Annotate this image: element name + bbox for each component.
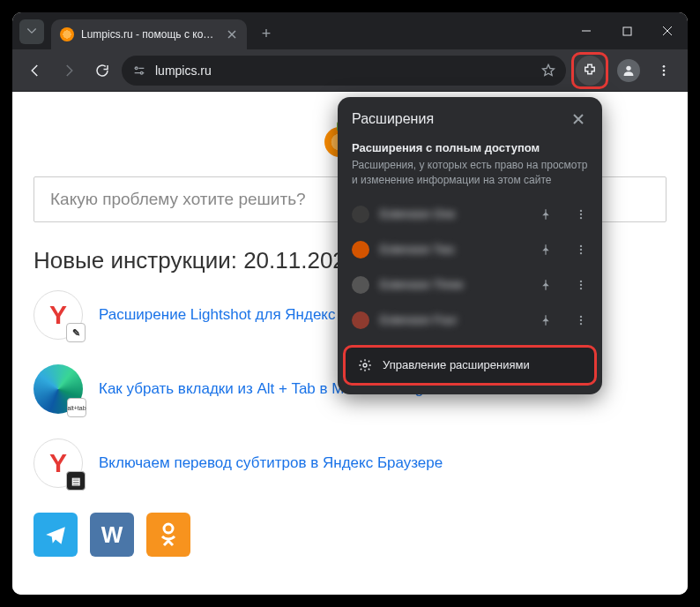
title-bar: Lumpics.ru - помощь с компью + (12, 12, 688, 49)
svg-point-17 (580, 315, 582, 317)
close-window-button[interactable] (647, 12, 688, 49)
bookmark-star-icon[interactable] (541, 64, 555, 78)
tab-title: Lumpics.ru - помощь с компью (81, 28, 219, 41)
reload-button[interactable] (88, 56, 116, 85)
svg-point-3 (626, 65, 630, 70)
extension-name: Extension Two (380, 243, 523, 256)
svg-point-14 (580, 280, 582, 281)
svg-point-12 (580, 248, 582, 250)
gear-icon (358, 358, 372, 372)
article-icon-yandex: Y ▤ (34, 438, 83, 488)
extensions-button-highlight (571, 52, 608, 89)
article-icon-edge: alt+tab (34, 364, 83, 414)
social-row: W (34, 513, 666, 557)
extension-name: Extension Three (380, 278, 523, 291)
extension-icon (352, 241, 369, 259)
browser-tab[interactable]: Lumpics.ru - помощь с компью (51, 19, 247, 49)
dropdown-section-desc: Расширения, у которых есть право на прос… (338, 158, 602, 197)
svg-point-20 (363, 363, 367, 367)
badge-pencil-icon: ✎ (66, 323, 86, 342)
extension-icon (352, 311, 369, 329)
extension-row[interactable]: Extension One (338, 197, 602, 232)
svg-point-7 (164, 524, 173, 533)
svg-point-2 (140, 71, 143, 74)
svg-point-9 (580, 213, 582, 214)
svg-point-11 (580, 244, 582, 246)
svg-rect-0 (623, 27, 631, 35)
close-tab-icon[interactable] (226, 28, 238, 41)
address-bar[interactable]: lumpics.ru (122, 56, 566, 86)
back-button[interactable] (21, 56, 49, 85)
svg-point-16 (580, 288, 582, 289)
more-icon[interactable] (569, 308, 593, 333)
article-item: Y ▤ Включаем перевод субтитров в Яндекс … (34, 438, 666, 488)
extension-name: Extension One (380, 207, 523, 221)
site-settings-icon[interactable] (132, 64, 146, 78)
profile-button[interactable] (614, 56, 644, 86)
tab-favicon (60, 27, 74, 41)
minimize-button[interactable] (566, 12, 607, 49)
extension-row[interactable]: Extension Two (338, 232, 602, 267)
article-link[interactable]: Расширение Lightshot для Яндекс (99, 306, 336, 324)
manage-extensions-button[interactable]: Управление расширениями (343, 345, 597, 386)
extensions-dropdown: Расширения Расширения с полным доступом … (338, 97, 602, 394)
svg-point-1 (135, 67, 138, 70)
article-icon-yandex: Y ✎ (34, 290, 83, 340)
pin-icon[interactable] (533, 202, 558, 227)
vk-button[interactable]: W (90, 513, 134, 557)
pin-icon[interactable] (533, 273, 558, 297)
badge-subtitle-icon: ▤ (66, 471, 86, 491)
url-text: lumpics.ru (155, 64, 532, 78)
extension-row[interactable]: Extension Four (338, 303, 602, 338)
chrome-menu-button[interactable] (649, 56, 679, 86)
dropdown-section-title: Расширения с полным доступом (338, 134, 602, 158)
article-link[interactable]: Включаем перевод субтитров в Яндекс Брау… (99, 454, 443, 472)
window-controls (566, 12, 688, 49)
svg-point-15 (580, 283, 582, 285)
pin-icon[interactable] (533, 237, 558, 262)
pin-icon[interactable] (533, 308, 558, 333)
forward-button[interactable] (55, 56, 83, 85)
extension-name: Extension Four (380, 313, 523, 326)
svg-point-8 (580, 209, 582, 211)
extensions-button[interactable] (576, 56, 604, 86)
more-icon[interactable] (569, 202, 593, 227)
maximize-button[interactable] (607, 12, 647, 49)
more-icon[interactable] (569, 237, 593, 262)
svg-point-4 (663, 65, 666, 68)
svg-point-18 (580, 318, 582, 320)
toolbar: lumpics.ru (12, 49, 688, 92)
manage-extensions-label: Управление расширениями (383, 358, 530, 371)
extension-row[interactable]: Extension Three (338, 267, 602, 303)
search-placeholder: Какую проблему хотите решить? (50, 190, 306, 209)
telegram-button[interactable] (34, 513, 78, 557)
ok-button[interactable] (146, 513, 190, 557)
svg-point-10 (580, 217, 582, 219)
svg-point-6 (663, 73, 666, 76)
svg-point-19 (580, 323, 582, 325)
avatar-icon (617, 59, 640, 82)
badge-alttab-icon: alt+tab (67, 398, 86, 417)
svg-point-13 (580, 252, 582, 254)
dropdown-title: Расширения (352, 111, 434, 127)
tab-search-button[interactable] (19, 19, 44, 44)
close-dropdown-button[interactable] (569, 109, 588, 129)
browser-window: Lumpics.ru - помощь с компью + lumpics.r… (11, 11, 689, 596)
extension-icon (352, 276, 369, 294)
extension-icon (352, 206, 369, 223)
svg-point-5 (663, 69, 666, 71)
new-tab-button[interactable]: + (254, 21, 279, 46)
more-icon[interactable] (569, 273, 593, 297)
